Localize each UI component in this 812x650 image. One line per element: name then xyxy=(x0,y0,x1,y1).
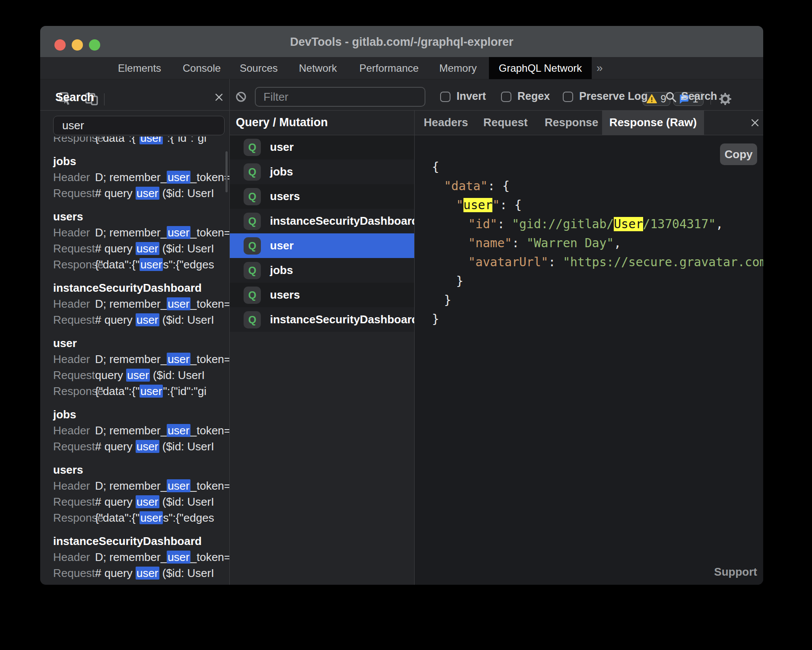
window-title: DevTools - gitlab.com/-/graphql-explorer xyxy=(40,26,763,58)
tab-response[interactable]: Response xyxy=(545,110,598,135)
tab-graphql-network[interactable]: GraphQL Network xyxy=(489,57,592,79)
search-result-row[interactable]: Response{"data":{"users":{"edges xyxy=(53,257,229,273)
json-line: "name": "Warren Day", xyxy=(432,234,763,253)
search-icon[interactable] xyxy=(665,91,677,103)
search-result-row[interactable]: Response{"data":{"user":{"id":"gi xyxy=(53,137,229,146)
query-list-item-jobs[interactable]: Qjobs xyxy=(230,258,414,283)
json-line: } xyxy=(432,310,763,329)
query-list-item-label: jobs xyxy=(270,165,293,178)
filter-input[interactable] xyxy=(255,87,425,107)
search-result-row[interactable]: Request# query user ($id: UserI xyxy=(53,565,229,581)
tab-sources[interactable]: Sources xyxy=(240,57,278,79)
json-line: "avatarUrl": "https://secure.gravatar.co… xyxy=(432,253,763,272)
query-list-item-label: instanceSecurityDashboard xyxy=(270,214,419,228)
search-panel-title: Search xyxy=(55,91,94,104)
checkbox-preserve-log[interactable] xyxy=(563,92,573,102)
query-list-item-instanceSecurityDashboard[interactable]: QinstanceSecurityDashboard xyxy=(230,209,414,233)
json-line: "data": { xyxy=(432,177,763,196)
search-result-row[interactable]: HeaderD; remember_user_token=e xyxy=(53,423,229,439)
panel-divider[interactable] xyxy=(414,110,415,585)
query-type-icon: Q xyxy=(244,237,261,255)
tab-headers[interactable]: Headers xyxy=(424,110,468,135)
toolbar-divider xyxy=(104,93,105,105)
query-list-item-users[interactable]: Qusers xyxy=(230,283,414,307)
search-result-row[interactable]: HeaderD; remember_user_token=e xyxy=(53,296,229,312)
checkbox-label: Preserve Log xyxy=(579,90,647,102)
query-list-item-jobs[interactable]: Qjobs xyxy=(230,159,414,184)
panel-divider[interactable] xyxy=(229,79,230,585)
checkbox-label: Regex xyxy=(517,90,550,102)
divider xyxy=(40,110,763,111)
query-list-item-label: users xyxy=(270,288,300,302)
search-results-list: Response{"data":{"user":{"id":"gijobsHea… xyxy=(40,137,229,585)
json-line: } xyxy=(432,291,763,310)
search-result-row[interactable]: HeaderD; remember_user_token=e xyxy=(53,478,229,494)
search-result-operation[interactable]: instanceSecurityDashboard xyxy=(53,533,229,549)
close-detail-icon[interactable] xyxy=(750,118,760,128)
tab-elements[interactable]: Elements xyxy=(118,57,161,79)
query-list-item-label: jobs xyxy=(270,264,293,277)
search-result-operation[interactable]: users xyxy=(53,209,229,225)
query-type-icon: Q xyxy=(244,262,261,279)
search-result-row[interactable]: Response{"data":{"user":{"id":"gi xyxy=(53,383,229,399)
detail-tab-bar: HeadersRequestResponse Response (Raw) xyxy=(415,110,763,135)
query-mutation-header: Query / Mutation xyxy=(230,110,414,135)
search-result-row[interactable]: HeaderD; remember_user_token=e xyxy=(53,351,229,367)
search-result-operation[interactable]: jobs xyxy=(53,407,229,423)
query-list-item-label: users xyxy=(270,190,300,203)
tab-response-raw[interactable]: Response (Raw) xyxy=(602,110,704,135)
tab-memory[interactable]: Memory xyxy=(439,57,477,79)
tab-network[interactable]: Network xyxy=(299,57,337,79)
search-result-operation[interactable]: instanceSecurityDashboard xyxy=(53,280,229,296)
title-bar: DevTools - gitlab.com/-/graphql-explorer xyxy=(40,26,763,57)
warning-triangle-icon xyxy=(647,94,657,104)
query-type-icon: Q xyxy=(244,163,261,181)
search-result-row[interactable]: Request# query user ($id: UserI xyxy=(53,439,229,455)
query-list-item-label: user xyxy=(270,140,294,154)
search-result-row[interactable]: HeaderD; remember_user_token=e xyxy=(53,169,229,185)
search-result-operation[interactable]: user xyxy=(53,335,229,351)
search-result-row[interactable]: Requestquery user ($id: UserI xyxy=(53,367,229,383)
tab-graphql-network-label: GraphQL Network xyxy=(499,62,582,74)
tab-performance[interactable]: Performance xyxy=(359,57,419,79)
divider xyxy=(229,135,763,135)
more-tabs-chevron[interactable]: » xyxy=(596,57,603,79)
checkbox-invert[interactable] xyxy=(440,92,450,102)
query-list-item-user[interactable]: Quser xyxy=(230,233,414,258)
checkbox-regex[interactable] xyxy=(501,92,511,102)
copy-button[interactable]: Copy xyxy=(720,143,757,165)
query-type-icon: Q xyxy=(244,287,261,304)
query-list-item-user[interactable]: Quser xyxy=(230,135,414,159)
devtools-tab-bar: ElementsConsoleSourcesNetworkPerformance… xyxy=(40,57,763,79)
search-result-row[interactable]: Request# query user ($id: UserI xyxy=(53,185,229,201)
search-result-row[interactable]: Response{"data":{"users":{"edges xyxy=(53,510,229,526)
tab-request[interactable]: Request xyxy=(483,110,528,135)
settings-gear-icon[interactable] xyxy=(718,92,733,106)
search-toggle-label[interactable]: Search xyxy=(681,90,717,102)
tab-console[interactable]: Console xyxy=(183,57,221,79)
json-response: {"data": {"user": {"id": "gid://gitlab/U… xyxy=(415,135,763,329)
search-result-operation[interactable]: users xyxy=(53,462,229,478)
search-result-row[interactable]: Request# query user ($id: UserI xyxy=(53,241,229,257)
search-input[interactable] xyxy=(53,116,225,135)
query-list-item-instanceSecurityDashboard[interactable]: QinstanceSecurityDashboard xyxy=(230,307,414,332)
search-result-row[interactable]: Request# query user ($id: UserI xyxy=(53,494,229,510)
devtools-window: DevTools - gitlab.com/-/graphql-explorer… xyxy=(40,26,763,585)
json-line: "id": "gid://gitlab/User/13704317", xyxy=(432,215,763,234)
query-type-icon: Q xyxy=(244,213,261,230)
clear-filter-icon[interactable] xyxy=(235,91,247,102)
checkbox-label: Invert xyxy=(457,90,486,102)
close-search-panel-icon[interactable] xyxy=(214,92,224,102)
search-result-operation[interactable]: jobs xyxy=(53,153,229,169)
support-link[interactable]: Support xyxy=(714,565,757,579)
search-result-row[interactable]: HeaderD; remember_user_token=e xyxy=(53,549,229,565)
query-type-icon: Q xyxy=(244,139,261,156)
json-line: { xyxy=(432,158,763,177)
response-raw-body: Copy {"data": {"user": {"id": "gid://git… xyxy=(415,135,763,585)
query-type-icon: Q xyxy=(244,188,261,205)
query-list-item-users[interactable]: Qusers xyxy=(230,184,414,209)
search-result-row[interactable]: Request# query user ($id: UserI xyxy=(53,312,229,328)
search-results-scrollbar[interactable] xyxy=(225,151,228,192)
search-result-row[interactable]: HeaderD; remember_user_token=e xyxy=(53,225,229,241)
query-mutation-list: QuserQjobsQusersQinstanceSecurityDashboa… xyxy=(230,135,414,332)
